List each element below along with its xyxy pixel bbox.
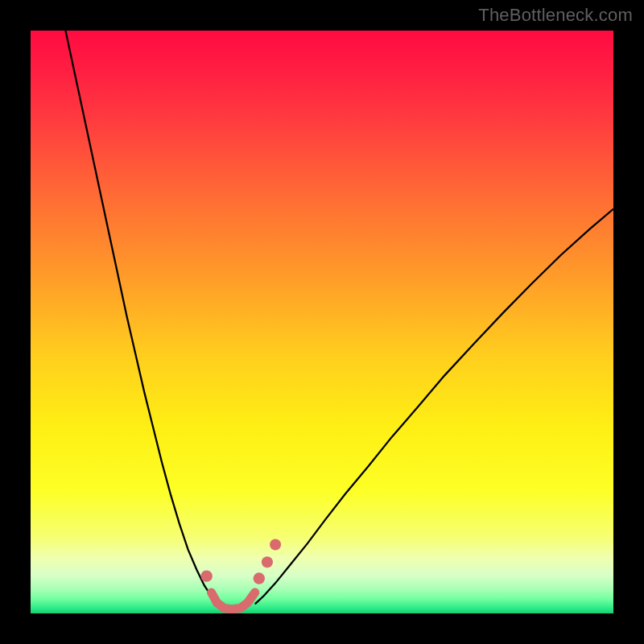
series-right-curve (255, 209, 613, 605)
series-left-curve (65, 31, 220, 604)
chart-stage: TheBottleneck.com (0, 0, 644, 644)
data-marker (262, 556, 273, 568)
data-marker (254, 572, 265, 584)
series-valley-highlight (211, 592, 254, 609)
plot-area (31, 31, 613, 613)
data-marker (270, 539, 281, 551)
watermark-text: TheBottleneck.com (478, 5, 633, 26)
curves-layer (31, 31, 613, 613)
data-marker (200, 570, 212, 581)
